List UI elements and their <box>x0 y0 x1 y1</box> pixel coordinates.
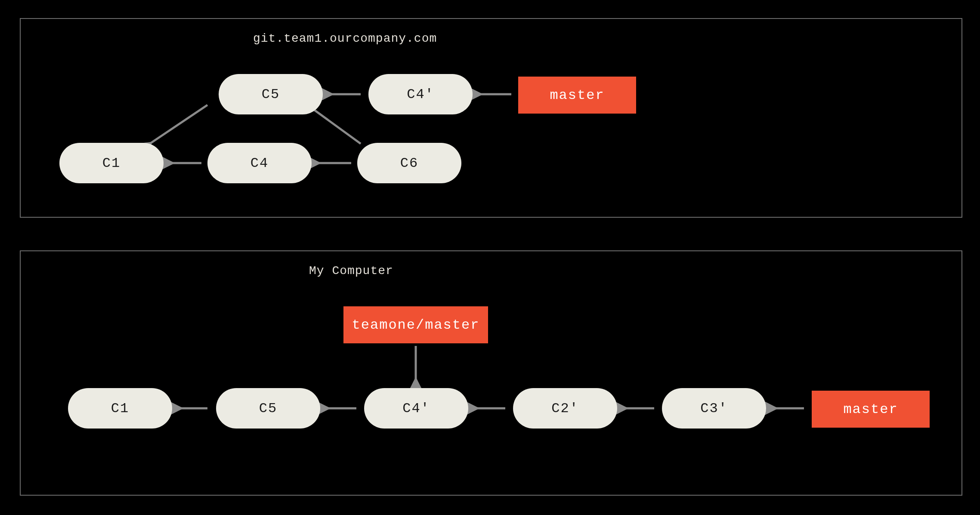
remote-commit-c4: C4 <box>207 143 312 183</box>
local-title: My Computer <box>309 264 393 278</box>
remote-commit-c5: C5 <box>219 74 323 114</box>
remote-title: git.team1.ourcompany.com <box>253 32 437 45</box>
local-commit-c4p: C4' <box>364 388 468 429</box>
local-edges <box>21 251 963 496</box>
svg-line-0 <box>150 105 207 144</box>
remote-commit-c6: C6 <box>357 143 461 183</box>
local-commit-c1: C1 <box>68 388 172 429</box>
local-commit-c3p: C3' <box>662 388 766 429</box>
remote-panel: git.team1.ourcompany.com C1 C4 C5 C6 C4'… <box>20 18 962 218</box>
remote-commit-c4p: C4' <box>368 74 473 114</box>
local-commit-c5: C5 <box>216 388 320 429</box>
local-commit-c2p: C2' <box>513 388 617 429</box>
remote-edges <box>21 19 963 219</box>
remote-branch-master: master <box>518 77 636 114</box>
local-branch-master: master <box>812 391 930 428</box>
remote-commit-c1: C1 <box>59 143 164 183</box>
local-panel: My Computer C1 C5 C4' C2' C3' teamone/ma… <box>20 250 962 496</box>
svg-line-3 <box>313 109 361 144</box>
local-branch-teamone-master: teamone/master <box>343 306 488 343</box>
